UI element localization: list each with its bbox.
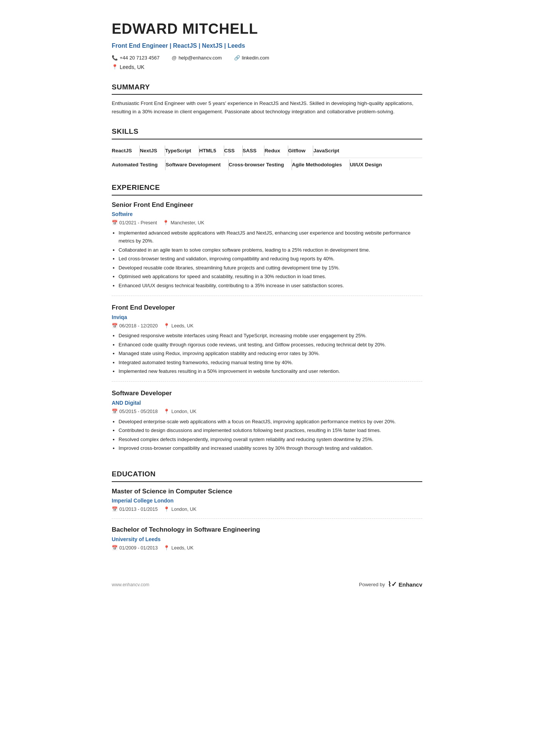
email-icon: @ <box>172 54 176 62</box>
skill-css: CSS <box>224 146 243 156</box>
job-1-bullet-1: Implemented advanced website application… <box>119 229 422 245</box>
job-3-dates: 📅 05/2015 - 05/2018 <box>112 408 158 415</box>
job-1-company: Softwire <box>112 210 422 218</box>
job-3-bullets: Developed enterprise-scale web applicati… <box>112 418 422 452</box>
calendar-icon: 📅 <box>112 219 118 227</box>
calendar-icon-edu2: 📅 <box>112 545 118 552</box>
enhancv-brand-name: Enhancv <box>398 581 422 589</box>
skills-row-1: ReactJS NextJS TypeScript HTML5 CSS SASS… <box>112 144 422 158</box>
skill-cross-browser: Cross-browser Testing <box>229 160 292 170</box>
location-icon-edu1: 📍 <box>164 506 170 513</box>
skill-redux: Redux <box>264 146 288 156</box>
job-3-bullet-1: Developed enterprise-scale web applicati… <box>119 418 422 426</box>
skill-uiux: UI/UX Design <box>350 160 390 170</box>
job-1-bullet-2: Collaborated in an agile team to solve c… <box>119 246 422 254</box>
job-2-company: Inviqa <box>112 313 422 321</box>
job-1-bullets: Implemented advanced website application… <box>112 229 422 290</box>
candidate-title: Front End Engineer | ReactJS | NextJS | … <box>112 41 422 50</box>
summary-text: Enthusiastic Front End Engineer with ove… <box>112 99 422 116</box>
footer-website: www.enhancv.com <box>112 581 149 588</box>
location-icon-job1: 📍 <box>163 219 169 227</box>
edu-2-dates: 📅 01/2009 - 01/2013 <box>112 545 158 552</box>
job-1: Senior Front End Engineer Softwire 📅 01/… <box>112 200 422 296</box>
skill-automated-testing: Automated Testing <box>112 160 166 170</box>
job-1-meta: 📅 01/2021 - Present 📍 Manchester, UK <box>112 219 422 227</box>
job-1-dates: 📅 01/2021 - Present <box>112 219 157 227</box>
skill-agile: Agile Methodologies <box>292 160 350 170</box>
education-heading: EDUCATION <box>112 469 422 482</box>
candidate-name: EDWARD MITCHELL <box>112 18 422 40</box>
job-3-bullet-2: Contributed to design discussions and im… <box>119 426 422 434</box>
email-address: help@enhancv.com <box>178 54 222 62</box>
job-3-bullet-4: Improved cross-browser compatibility and… <box>119 444 422 452</box>
edu-1-dates: 📅 01/2013 - 01/2015 <box>112 506 158 513</box>
job-2-bullet-4: Integrated automated testing frameworks,… <box>119 358 422 366</box>
skill-gitflow: Gitflow <box>288 146 314 156</box>
edu-2-degree: Bachelor of Technology in Software Engin… <box>112 525 422 535</box>
skill-javascript: JavaScript <box>313 146 347 156</box>
phone-number: +44 20 7123 4567 <box>120 54 159 62</box>
job-3-title: Software Developer <box>112 388 422 398</box>
job-1-bullet-4: Developed reusable code libraries, strea… <box>119 264 422 272</box>
enhancv-logo: ⌇✓ Enhancv <box>388 579 422 590</box>
skill-nextjs: NextJS <box>140 146 165 156</box>
job-2-location: 📍 Leeds, UK <box>164 322 193 330</box>
location-icon-job3: 📍 <box>164 408 170 415</box>
skills-heading: SKILLS <box>112 126 422 139</box>
edu-2-meta: 📅 01/2009 - 01/2013 📍 Leeds, UK <box>112 545 422 552</box>
job-2-dates: 📅 06/2018 - 12/2020 <box>112 322 158 330</box>
job-1-bullet-5: Optimised web applications for speed and… <box>119 272 422 280</box>
skill-html5: HTML5 <box>199 146 224 156</box>
job-2-title: Front End Developer <box>112 303 422 313</box>
skill-typescript: TypeScript <box>165 146 199 156</box>
summary-heading: SUMMARY <box>112 82 422 95</box>
edu-1-location: 📍 London, UK <box>164 506 196 513</box>
enhancv-logo-icon: ⌇✓ <box>388 579 397 590</box>
summary-section: SUMMARY Enthusiastic Front End Engineer … <box>112 82 422 116</box>
footer-brand: Powered by ⌇✓ Enhancv <box>359 579 422 590</box>
job-2-bullets: Designed responsive website interfaces u… <box>112 332 422 375</box>
job-3: Software Developer AND Digital 📅 05/2015… <box>112 388 422 458</box>
skill-sass: SASS <box>243 146 265 156</box>
skills-section: SKILLS ReactJS NextJS TypeScript HTML5 C… <box>112 126 422 172</box>
experience-heading: EXPERIENCE <box>112 182 422 196</box>
edu-2-location: 📍 Leeds, UK <box>164 545 193 552</box>
education-section: EDUCATION Master of Science in Computer … <box>112 469 422 557</box>
job-2: Front End Developer Inviqa 📅 06/2018 - 1… <box>112 303 422 382</box>
edu-1-school: Imperial College London <box>112 497 422 505</box>
linkedin-contact: 🔗 linkedin.com <box>234 54 269 62</box>
location-contact: 📍 Leeds, UK <box>112 63 422 71</box>
skills-row-2: Automated Testing Software Development C… <box>112 158 422 172</box>
job-2-bullet-2: Enhanced code quality through rigorous c… <box>119 341 422 349</box>
job-3-location: 📍 London, UK <box>164 408 196 415</box>
job-1-title: Senior Front End Engineer <box>112 200 422 210</box>
edu-1-meta: 📅 01/2013 - 01/2015 📍 London, UK <box>112 506 422 513</box>
skill-software-development: Software Development <box>166 160 229 170</box>
location-icon-edu2: 📍 <box>164 545 170 552</box>
linkedin-icon: 🔗 <box>234 54 240 62</box>
page-footer: www.enhancv.com Powered by ⌇✓ Enhancv <box>112 579 422 590</box>
job-2-bullet-1: Designed responsive website interfaces u… <box>119 332 422 340</box>
job-2-bullet-5: Implemented new features resulting in a … <box>119 367 422 375</box>
calendar-icon-job2: 📅 <box>112 322 118 330</box>
calendar-icon-job3: 📅 <box>112 408 118 415</box>
location-text: Leeds, UK <box>120 63 144 71</box>
edu-1: Master of Science in Computer Science Im… <box>112 487 422 519</box>
phone-icon: 📞 <box>112 54 118 62</box>
job-1-bullet-6: Enhanced UI/UX designs technical feasibi… <box>119 282 422 290</box>
location-icon-job2: 📍 <box>164 322 170 330</box>
job-1-bullet-3: Led cross-browser testing and validation… <box>119 255 422 263</box>
skills-container: ReactJS NextJS TypeScript HTML5 CSS SASS… <box>112 144 422 172</box>
edu-2: Bachelor of Technology in Software Engin… <box>112 525 422 557</box>
job-3-bullet-3: Resolved complex defects independently, … <box>119 435 422 443</box>
experience-section: EXPERIENCE Senior Front End Engineer Sof… <box>112 182 422 458</box>
location-icon: 📍 <box>112 63 118 71</box>
job-2-bullet-3: Managed state using Redux, improving app… <box>119 349 422 357</box>
edu-2-school: University of Leeds <box>112 535 422 543</box>
calendar-icon-edu1: 📅 <box>112 506 118 513</box>
resume-header: EDWARD MITCHELL Front End Engineer | Rea… <box>112 18 422 71</box>
linkedin-url: linkedin.com <box>242 54 269 62</box>
phone-contact: 📞 +44 20 7123 4567 <box>112 54 159 62</box>
job-2-meta: 📅 06/2018 - 12/2020 📍 Leeds, UK <box>112 322 422 330</box>
contact-row: 📞 +44 20 7123 4567 @ help@enhancv.com 🔗 … <box>112 54 422 62</box>
